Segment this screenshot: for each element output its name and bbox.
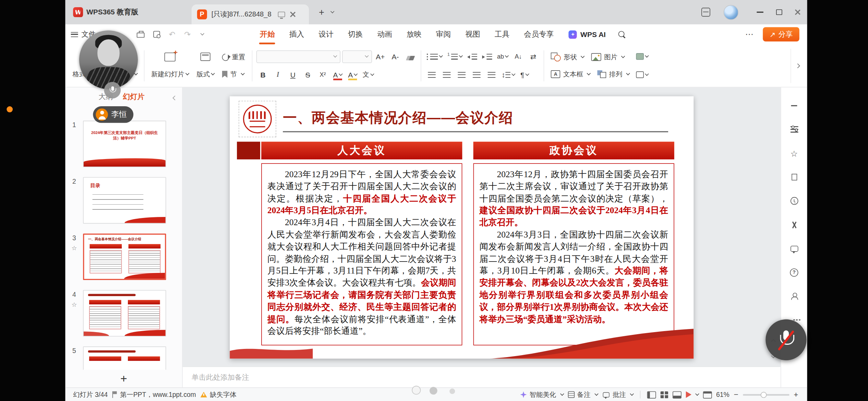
npc-column-header[interactable]: 人大会议 bbox=[261, 142, 462, 159]
slide-thumbnail-item[interactable]: 5 bbox=[65, 347, 182, 370]
redo-icon[interactable]: ↷ bbox=[184, 30, 191, 39]
paragraph-settings-button[interactable]: ¶ bbox=[518, 68, 531, 81]
picture-button[interactable]: 图片 bbox=[589, 50, 627, 64]
thumbnail-slide-5[interactable] bbox=[83, 347, 166, 370]
add-slide-button[interactable]: + bbox=[65, 370, 182, 388]
cppcc-column-body[interactable]: 2023年12月，政协第十四届全国委员会召开第十二次主席会议，审议通过了关于召开… bbox=[473, 163, 674, 345]
slide-thumbnail-item[interactable]: 1 2024年第三次党支部主题党日（组织生活）辅学PPT bbox=[65, 121, 182, 167]
bullet-list-button[interactable] bbox=[425, 50, 444, 63]
align-left-button[interactable] bbox=[425, 68, 438, 81]
clear-format-button[interactable] bbox=[403, 50, 417, 63]
justify-button[interactable] bbox=[470, 68, 483, 81]
tab-design[interactable]: 设计 bbox=[311, 24, 341, 44]
webcam-video[interactable] bbox=[79, 31, 138, 89]
print-icon[interactable] bbox=[137, 33, 145, 38]
tab-animation[interactable]: 动画 bbox=[370, 24, 399, 44]
tab-insert[interactable]: 插入 bbox=[282, 24, 312, 44]
close-button[interactable] bbox=[788, 0, 807, 24]
quick-access-dropdown-icon[interactable] bbox=[201, 32, 204, 35]
comments-toggle-button[interactable]: 批注 bbox=[602, 390, 633, 399]
slide-canvas-area[interactable]: 一、两会基本情况介绍——会议介绍 人大会议 2023年12月29日下午，全国人大… bbox=[183, 87, 781, 366]
fill-color-button[interactable] bbox=[635, 50, 650, 63]
bold-button[interactable]: B bbox=[256, 68, 270, 81]
thumbnail-slide-3-selected[interactable]: 一、两会基本情况介绍——会议介绍 bbox=[83, 233, 166, 280]
normal-view-button[interactable] bbox=[647, 391, 656, 398]
section-button[interactable]: 节 bbox=[219, 67, 248, 81]
align-center-button[interactable] bbox=[440, 68, 454, 81]
tab-list-dropdown-icon[interactable] bbox=[330, 9, 334, 13]
template-source[interactable]: 第一PPT，www.1ppt.com bbox=[112, 390, 196, 399]
slide-thumbnail-item[interactable]: 4☆ bbox=[65, 290, 182, 337]
invite-button[interactable] bbox=[787, 289, 801, 303]
sort-button[interactable]: A↓ bbox=[511, 50, 525, 63]
maximize-button[interactable] bbox=[770, 0, 788, 24]
decrease-indent-button[interactable] bbox=[466, 50, 479, 63]
thumbnail-slide-2[interactable]: 目录 bbox=[83, 177, 166, 224]
increase-indent-button[interactable] bbox=[481, 50, 494, 63]
font-color-button[interactable]: A bbox=[331, 68, 345, 81]
tab-close-icon[interactable] bbox=[290, 11, 296, 17]
floating-knob[interactable] bbox=[449, 389, 455, 394]
textbox-button[interactable]: A文本框 bbox=[548, 67, 593, 81]
phonetic-guide-button[interactable]: 文 bbox=[361, 68, 375, 81]
annotation-dot[interactable] bbox=[7, 106, 13, 112]
document-tab[interactable]: P [只读]87f...62848_8 bbox=[192, 4, 309, 24]
apps-box-icon[interactable] bbox=[701, 8, 710, 17]
favorites-button[interactable]: ☆ bbox=[787, 146, 801, 160]
print-preview-icon[interactable] bbox=[153, 31, 160, 37]
tab-review[interactable]: 审阅 bbox=[429, 24, 458, 44]
collapse-panel-button[interactable] bbox=[173, 93, 177, 101]
duplicate-button[interactable] bbox=[787, 170, 801, 184]
undo-icon[interactable]: ↶ bbox=[169, 30, 176, 39]
thumbnail-slide-1[interactable]: 2024年第三次党支部主题党日（组织生活）辅学PPT bbox=[83, 121, 166, 167]
tab-slides[interactable]: 幻灯片 bbox=[123, 92, 144, 102]
replace-button[interactable]: ⇄ bbox=[527, 50, 540, 63]
font-family-select[interactable] bbox=[256, 50, 340, 63]
slide-thumbnail-item-current[interactable]: 3☆ 一、两会基本情况介绍——会议介绍 bbox=[65, 233, 182, 280]
properties-button[interactable] bbox=[787, 122, 801, 137]
italic-button[interactable]: I bbox=[271, 68, 285, 81]
minimize-button[interactable] bbox=[751, 0, 770, 24]
tab-transition[interactable]: 切换 bbox=[341, 24, 370, 44]
tab-slideshow[interactable]: 放映 bbox=[399, 24, 429, 44]
npc-column-body[interactable]: 2023年12月29日下午，全国人大常委会会议表决通过了关于召开十四届全国人大二… bbox=[261, 163, 462, 345]
help-button[interactable]: ? bbox=[787, 265, 801, 279]
text-direction-button[interactable]: ab bbox=[495, 50, 510, 63]
underline-button[interactable]: U bbox=[286, 68, 300, 81]
notes-input[interactable]: 单击此处添加备注 bbox=[183, 366, 781, 387]
comments-panel-button[interactable] bbox=[787, 241, 801, 256]
font-size-select[interactable] bbox=[342, 50, 372, 63]
thumbnail-slide-4[interactable] bbox=[83, 290, 166, 337]
microphone-mute-button[interactable] bbox=[765, 319, 806, 360]
zoom-slider-handle[interactable] bbox=[760, 391, 767, 398]
tab-view[interactable]: 视图 bbox=[458, 24, 487, 44]
highlight-color-button[interactable]: A bbox=[346, 68, 359, 81]
numbered-list-button[interactable] bbox=[446, 50, 464, 63]
new-slide-button[interactable]: 新建幻灯片 bbox=[147, 50, 193, 82]
slide-thumbnail-item[interactable]: 2 目录 bbox=[65, 177, 182, 224]
notes-toggle-button[interactable]: 备注 bbox=[568, 390, 598, 399]
zoom-in-button[interactable]: + bbox=[794, 390, 798, 399]
presenter-panel-button[interactable] bbox=[703, 391, 712, 398]
slide-title[interactable]: 一、两会基本情况介绍——会议介绍 bbox=[283, 109, 513, 127]
collapse-strip-button[interactable] bbox=[787, 98, 801, 113]
new-tab-button[interactable]: + bbox=[319, 8, 324, 17]
increase-font-button[interactable]: A+ bbox=[374, 50, 387, 63]
slide-sorter-button[interactable] bbox=[660, 391, 668, 398]
layout-button[interactable]: 版式 bbox=[193, 50, 218, 82]
ribbon-expand-button[interactable] bbox=[791, 48, 804, 83]
cppcc-column-header[interactable]: 政协会议 bbox=[473, 142, 674, 159]
arrange-button[interactable]: 排列 bbox=[595, 67, 632, 81]
emblem-placeholder[interactable] bbox=[239, 101, 276, 137]
wps-ai-button[interactable]: WPS AI bbox=[569, 30, 606, 38]
webcam-mic-badge[interactable] bbox=[104, 82, 121, 98]
share-button[interactable]: ↗ 分享 bbox=[763, 27, 799, 41]
floating-knob[interactable] bbox=[412, 386, 421, 395]
superscript-button[interactable]: X² bbox=[316, 68, 329, 81]
shapes-button[interactable]: 形状 bbox=[548, 50, 587, 64]
search-icon[interactable] bbox=[618, 30, 626, 38]
reading-view-button[interactable] bbox=[672, 391, 681, 398]
line-spacing-button[interactable]: ↕ bbox=[500, 68, 516, 81]
tab-member[interactable]: 会员专享 bbox=[517, 24, 561, 44]
slide-3[interactable]: 一、两会基本情况介绍——会议介绍 人大会议 2023年12月29日下午，全国人大… bbox=[230, 96, 694, 359]
